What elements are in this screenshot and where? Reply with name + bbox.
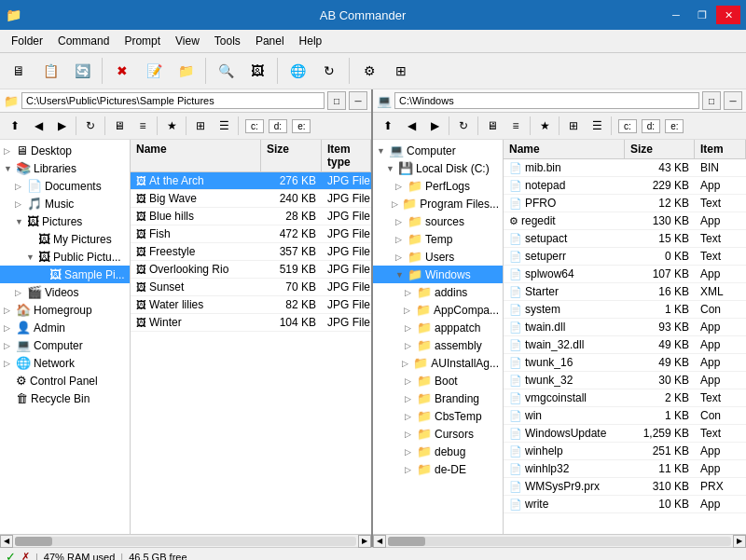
left-tree-item[interactable]: ⚙Control Panel [0,372,130,389]
left-grid-btn[interactable]: ⊞ [189,115,212,137]
tb-search[interactable]: 🔍 [211,56,241,86]
left-file-row[interactable]: 🖼Water lilies82 KBJPG File [131,296,371,314]
right-forward-btn[interactable]: ▶ [423,115,446,137]
right-file-pane[interactable]: Name Size Item 📄mib.bin43 KBBIN📄notepad2… [504,140,746,534]
left-col-name[interactable]: Name [131,140,261,171]
right-file-row[interactable]: 📄Starter16 KBXML [504,283,746,301]
left-drive-d[interactable]: d: [269,119,287,133]
left-fav-btn[interactable]: ★ [160,115,183,137]
right-tree-item[interactable]: ▷📁sources [373,212,503,230]
right-tree-item[interactable]: ▷📁addins [373,283,503,301]
left-file-row[interactable]: 🖼Sunset70 KBJPG File [131,279,371,296]
right-tree-item[interactable]: ▷📁debug [373,443,503,460]
close-button[interactable]: ✕ [716,6,740,24]
left-file-row[interactable]: 🖼Fish472 KBJPG File [131,225,371,243]
left-drive-c[interactable]: c: [245,119,264,133]
menu-item-help[interactable]: Help [292,32,330,50]
right-file-row[interactable]: ⚙regedit130 KBApp [504,212,746,230]
left-file-row[interactable]: 🖼Overlooking Rio519 KBJPG File [131,261,371,279]
tb-settings[interactable]: ⚙ [354,56,384,86]
right-tree-item[interactable]: ▷📁Program Files... [373,195,503,212]
tb-refresh[interactable]: ↻ [314,56,344,86]
left-forward-btn[interactable]: ▶ [50,115,73,137]
tb-split[interactable]: ⊞ [386,56,416,86]
tree-expand-icon[interactable]: ▷ [392,199,401,209]
right-tree-item[interactable]: ▷📁Users [373,248,503,266]
right-col-name[interactable]: Name [504,140,625,158]
tree-expand-icon[interactable]: ▷ [4,341,15,350]
tree-expand-icon[interactable]: ▷ [405,412,416,421]
left-tree-item[interactable]: 🖼Sample Pi... [0,266,130,283]
left-maximize-btn[interactable]: □ [327,91,346,110]
left-back-btn[interactable]: ◀ [27,115,49,137]
tree-expand-icon[interactable]: ▷ [395,217,407,226]
tree-expand-icon[interactable]: ▷ [402,359,412,368]
tree-expand-icon[interactable]: ▷ [405,323,416,333]
left-view-btn[interactable]: 🖥 [108,115,131,137]
left-drive-e[interactable]: e: [292,119,311,133]
tree-expand-icon[interactable]: ▼ [15,217,26,226]
tree-expand-icon[interactable]: ▷ [4,306,15,315]
left-tree-item[interactable]: ▷📄Documents [0,177,130,195]
tree-expand-icon[interactable]: ▷ [4,359,15,368]
right-file-row[interactable]: 📄vmgcoinstall2 KBText [504,389,746,407]
right-col-size[interactable]: Size [625,140,695,158]
right-fav-btn[interactable]: ★ [533,115,556,137]
maximize-button[interactable]: ❐ [690,6,714,24]
left-up-btn[interactable]: ⬆ [4,115,26,137]
right-file-row[interactable]: 📄mib.bin43 KBBIN [504,159,746,177]
left-col-type[interactable]: Item type [322,140,371,171]
left-scroll-thumb[interactable] [15,537,52,546]
right-scroll-left[interactable]: ◀ [373,535,386,548]
tree-expand-icon[interactable]: ▷ [395,182,407,191]
tree-expand-icon[interactable]: ▼ [377,146,388,156]
right-file-row[interactable]: 📄setuperr0 KBText [504,248,746,266]
left-tree-item[interactable]: 🖼My Pictures [0,230,130,248]
tree-expand-icon[interactable]: ▷ [405,341,416,350]
tree-expand-icon[interactable]: ▷ [395,253,407,262]
right-tree-item[interactable]: ▷📁apppatch [373,319,503,336]
tree-expand-icon[interactable]: ▼ [26,253,37,262]
right-view2-btn[interactable]: ≡ [504,115,527,137]
left-tree-item[interactable]: ▷🌐Network [0,354,130,372]
left-scroll-right[interactable]: ▶ [358,535,371,548]
left-tree-item[interactable]: ▷🎬Videos [0,283,130,301]
tree-expand-icon[interactable]: ▷ [4,146,15,156]
right-file-row[interactable]: 📄notepad229 KBApp [504,177,746,195]
right-view-btn[interactable]: 🖥 [481,115,504,137]
right-tree-item[interactable]: ▷📁de-DE [373,460,503,478]
right-file-row[interactable]: 📄twunk_1649 KBApp [504,354,746,372]
tb-new-window[interactable]: 🖥 [4,56,34,86]
right-tree-item[interactable]: ▼📁Windows [373,266,503,283]
left-tree-pane[interactable]: ▷🖥Desktop▼📚Libraries▷📄Documents▷🎵Music▼🖼… [0,140,131,534]
right-tree-item[interactable]: ▼💾Local Disk (C:) [373,159,503,177]
left-tree-item[interactable]: 🗑Recycle Bin [0,389,130,407]
left-tree-item[interactable]: ▷👤Admin [0,319,130,336]
left-minimize-btn[interactable]: ─ [349,91,367,110]
left-tree-item[interactable]: ▷🎵Music [0,195,130,212]
right-file-row[interactable]: 📄twain_32.dll49 KBApp [504,336,746,354]
right-maximize-btn[interactable]: □ [702,91,721,110]
right-file-row[interactable]: 📄write10 KBApp [504,496,746,513]
minimize-button[interactable]: ─ [664,6,688,24]
left-view2-btn[interactable]: ≡ [131,115,154,137]
right-drive-e[interactable]: e: [665,119,684,133]
right-hscroll[interactable]: ◀ ▶ [373,534,746,547]
right-file-row[interactable]: 📄WindowsUpdate1,259 KBText [504,425,746,443]
tb-new-folder[interactable]: 📁 [171,56,200,86]
right-tree-item[interactable]: ▷📁Cursors [373,425,503,443]
right-grid-btn[interactable]: ⊞ [562,115,585,137]
right-tree-item[interactable]: ▷📁PerfLogs [373,177,503,195]
right-drive-d[interactable]: d: [642,119,660,133]
left-refresh-btn[interactable]: ↻ [79,115,102,137]
left-file-row[interactable]: 🖼Blue hills28 KBJPG File [131,208,371,225]
right-file-row[interactable]: 📄WMSysPr9.prx310 KBPRX [504,478,746,496]
left-tree-item[interactable]: ▼🖼Public Pictu... [0,248,130,266]
menu-item-prompt[interactable]: Prompt [117,32,168,50]
tb-sync[interactable]: 🔄 [67,56,97,86]
menu-item-folder[interactable]: Folder [4,32,50,50]
left-address-field[interactable]: C:\Users\Public\Pictures\Sample Pictures [21,92,325,109]
right-minimize-btn[interactable]: ─ [724,91,742,110]
right-tree-item[interactable]: ▷📁AUInstallAg... [373,354,503,372]
tree-expand-icon[interactable]: ▷ [15,182,26,191]
